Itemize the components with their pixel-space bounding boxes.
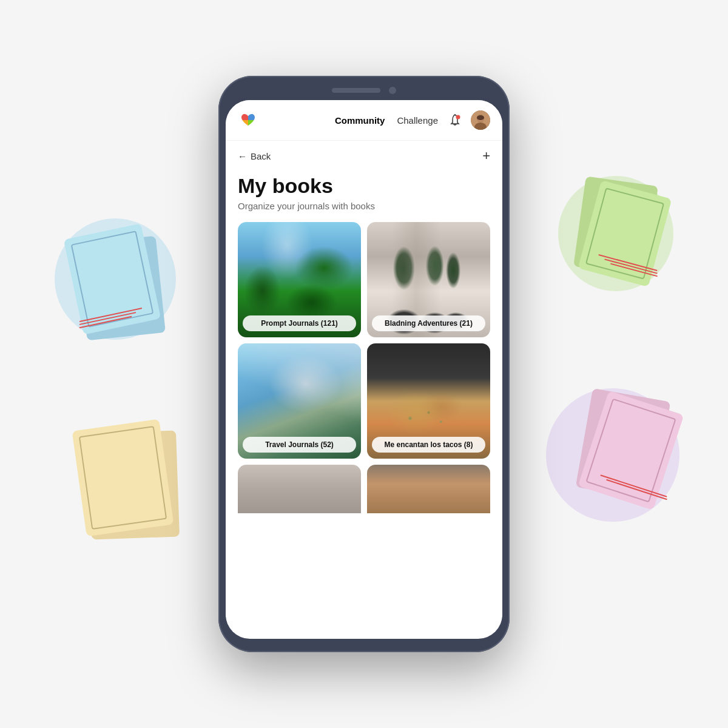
phone-shell: Community Challenge (218, 76, 510, 652)
phone-top-bar (226, 87, 502, 94)
red-line-deco-6 (610, 263, 658, 277)
page-title: My books (238, 175, 490, 197)
book-label-3: Travel Journals (52) (243, 437, 356, 453)
app-content: ← Back + My books Organize your journals… (226, 141, 502, 639)
book-card-2[interactable]: Bladning Adventures (21) (367, 222, 490, 337)
red-line-deco-8 (606, 479, 667, 500)
blob-blue-decoration (55, 218, 176, 340)
nav-challenge[interactable]: Challenge (397, 115, 438, 126)
red-line-deco-5 (604, 258, 657, 274)
book-card-1[interactable]: Prompt Journals (121) (238, 222, 361, 337)
app-logo (238, 110, 258, 130)
pink-notebook (578, 391, 684, 510)
back-bar: ← Back + (238, 141, 490, 169)
pink-notebook-back (576, 388, 671, 500)
back-label: Back (251, 151, 271, 161)
nav-community[interactable]: Community (335, 115, 385, 126)
user-avatar[interactable] (471, 110, 490, 130)
phone-screen: Community Challenge (226, 100, 502, 639)
blob-green-decoration (558, 176, 673, 291)
nav-links: Community Challenge (335, 115, 438, 126)
notification-bell-icon[interactable] (448, 113, 462, 127)
book-card-5-partial[interactable] (238, 465, 361, 513)
back-button[interactable]: ← Back (238, 151, 271, 161)
yellow-notebook (72, 419, 174, 536)
svg-point-5 (456, 115, 460, 120)
header-icons (448, 110, 490, 130)
phone-camera (389, 87, 396, 94)
book-card-3[interactable]: Travel Journals (52) (238, 343, 361, 459)
back-arrow-icon: ← (238, 151, 247, 161)
book-card-4[interactable]: Me encantan los tacos (8) (367, 343, 490, 459)
book-card-6-partial[interactable] (367, 465, 490, 513)
svg-point-10 (477, 115, 484, 120)
book-label-1: Prompt Journals (121) (243, 315, 356, 331)
bottom-cards (238, 465, 490, 513)
yellow-notebook-back (88, 431, 180, 540)
red-line-deco-7 (601, 474, 667, 497)
green-notebook (578, 180, 672, 287)
page-subtitle: Organize your journals with books (238, 201, 490, 211)
app-header: Community Challenge (226, 100, 502, 141)
phone-speaker (332, 88, 380, 93)
add-button[interactable]: + (482, 149, 490, 163)
blob-purple-decoration (546, 388, 679, 522)
book-label-4: Me encantan los tacos (8) (372, 437, 485, 453)
books-grid: Prompt Journals (121) Bladning Adventure… (238, 222, 490, 459)
book-label-2: Bladning Adventures (21) (372, 315, 485, 331)
